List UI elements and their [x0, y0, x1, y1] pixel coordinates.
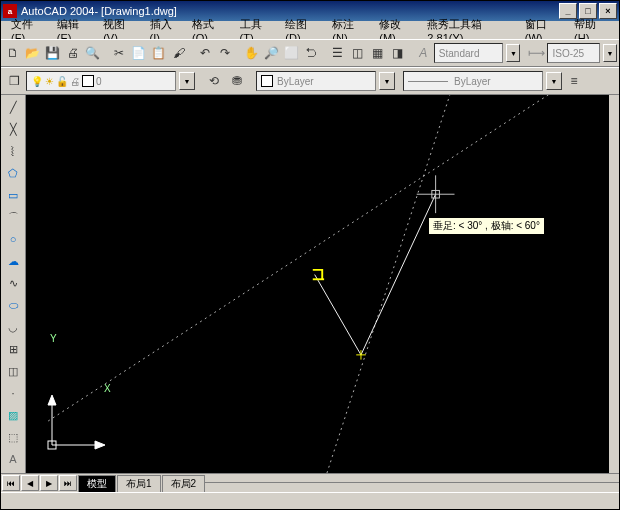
- spline-icon[interactable]: ∿: [2, 273, 24, 293]
- x-axis-label: X: [104, 383, 111, 394]
- svg-line-0: [48, 95, 591, 421]
- textstyle-dropdown[interactable]: Standard: [434, 43, 504, 63]
- linetype-arrow-icon[interactable]: ▼: [546, 72, 562, 90]
- lightbulb-icon: 💡: [31, 76, 43, 87]
- linetype-dropdown[interactable]: ByLayer: [403, 71, 543, 91]
- draw-toolbar: ╱ ╳ ⦚ ⬠ ▭ ⌒ ○ ☁ ∿ ⬭ ◡ ⊞ ◫ · ▨ ⬚ A: [1, 95, 26, 473]
- redo-icon[interactable]: ↷: [215, 42, 234, 64]
- sun-icon: ☀: [45, 76, 54, 87]
- lineweight-icon[interactable]: ≡: [563, 70, 585, 92]
- layer-swatch: [82, 75, 94, 87]
- revcloud-icon[interactable]: ☁: [2, 251, 24, 271]
- tab-last-icon[interactable]: ⏭: [59, 475, 77, 491]
- layer-states-icon[interactable]: ⛃: [226, 70, 248, 92]
- layers-toolbar: ❒ 💡 ☀ 🔓 🖨 0 ▼ ⟲ ⛃ ByLayer ▼ ByLayer ▼ ≡: [1, 67, 619, 95]
- mtext-icon[interactable]: A: [2, 449, 24, 469]
- layer-prev-icon[interactable]: ⟲: [203, 70, 225, 92]
- textstyle-arrow-icon[interactable]: ▼: [506, 44, 520, 62]
- tab-first-icon[interactable]: ⏮: [2, 475, 20, 491]
- preview-icon[interactable]: 🔍: [83, 42, 102, 64]
- ucs-icon: Y X: [42, 395, 112, 455]
- save-icon[interactable]: 💾: [43, 42, 62, 64]
- point-icon[interactable]: ·: [2, 383, 24, 403]
- statusbar: [1, 492, 619, 509]
- open-icon[interactable]: 📂: [23, 42, 42, 64]
- dbconnect-icon[interactable]: ◨: [388, 42, 407, 64]
- svg-marker-9: [48, 395, 56, 405]
- ellipse-arc-icon[interactable]: ◡: [2, 317, 24, 337]
- layer-dropdown[interactable]: 💡 ☀ 🔓 🖨 0: [26, 71, 176, 91]
- pan-icon[interactable]: ✋: [242, 42, 261, 64]
- hatch-icon[interactable]: ▨: [2, 405, 24, 425]
- cut-icon[interactable]: ✂: [109, 42, 128, 64]
- layer-arrow-icon[interactable]: ▼: [179, 72, 195, 90]
- layer-manager-icon[interactable]: ❒: [3, 70, 25, 92]
- workspace: ╱ ╳ ⦚ ⬠ ▭ ⌒ ○ ☁ ∿ ⬭ ◡ ⊞ ◫ · ▨ ⬚ A: [1, 95, 619, 473]
- zoom-realtime-icon[interactable]: 🔎: [262, 42, 281, 64]
- zoom-window-icon[interactable]: ⬜: [282, 42, 301, 64]
- tab-next-icon[interactable]: ▶: [40, 475, 58, 491]
- new-icon[interactable]: 🗋: [3, 42, 22, 64]
- textstyle-icon[interactable]: A: [414, 42, 433, 64]
- region-icon[interactable]: ⬚: [2, 427, 24, 447]
- tab-prev-icon[interactable]: ◀: [21, 475, 39, 491]
- toolpalette-icon[interactable]: ▦: [368, 42, 387, 64]
- drawing-area[interactable]: 垂足: < 30° , 极轴: < 60° Y X: [26, 95, 609, 473]
- make-block-icon[interactable]: ◫: [2, 361, 24, 381]
- lock-icon: 🔓: [56, 76, 68, 87]
- document-title: - [Drawing1.dwg]: [94, 5, 177, 17]
- app-title: AutoCAD 2004: [21, 5, 94, 17]
- color-arrow-icon[interactable]: ▼: [379, 72, 395, 90]
- drawing-svg: [26, 95, 609, 473]
- copy-icon[interactable]: 📄: [129, 42, 148, 64]
- dimstyle-dropdown[interactable]: ISO-25: [547, 43, 600, 63]
- undo-icon[interactable]: ↶: [195, 42, 214, 64]
- xline-icon[interactable]: ╳: [2, 119, 24, 139]
- polyline-icon[interactable]: ⦚: [2, 141, 24, 161]
- color-dropdown[interactable]: ByLayer: [256, 71, 376, 91]
- osnap-tooltip: 垂足: < 30° , 极轴: < 60°: [428, 217, 545, 235]
- tab-layout2[interactable]: 布局2: [162, 475, 206, 492]
- svg-marker-11: [95, 441, 105, 449]
- arc-icon[interactable]: ⌒: [2, 207, 24, 227]
- rectangle-icon[interactable]: ▭: [2, 185, 24, 205]
- right-scrollbar[interactable]: [609, 95, 619, 473]
- svg-line-1: [327, 95, 450, 473]
- match-icon[interactable]: 🖌: [169, 42, 188, 64]
- paste-icon[interactable]: 📋: [149, 42, 168, 64]
- tab-model[interactable]: 模型: [78, 475, 116, 492]
- layer-name: 0: [96, 76, 102, 87]
- zoom-prev-icon[interactable]: ⮌: [302, 42, 321, 64]
- line-icon[interactable]: ╱: [2, 97, 24, 117]
- y-axis-label: Y: [50, 333, 57, 344]
- ellipse-icon[interactable]: ⬭: [2, 295, 24, 315]
- color-swatch: [261, 75, 273, 87]
- layout-tabs: ⏮ ◀ ▶ ⏭ 模型 布局1 布局2: [1, 473, 619, 492]
- tab-layout1[interactable]: 布局1: [117, 475, 161, 492]
- dimstyle-arrow-icon[interactable]: ▼: [603, 44, 617, 62]
- insert-block-icon[interactable]: ⊞: [2, 339, 24, 359]
- plot-icon[interactable]: 🖨: [63, 42, 82, 64]
- circle-icon[interactable]: ○: [2, 229, 24, 249]
- polygon-icon[interactable]: ⬠: [2, 163, 24, 183]
- dimstyle-icon[interactable]: ⟼: [527, 42, 546, 64]
- designcenter-icon[interactable]: ◫: [348, 42, 367, 64]
- standard-toolbar: 🗋 📂 💾 🖨 🔍 ✂ 📄 📋 🖌 ↶ ↷ ✋ 🔎 ⬜ ⮌ ☰ ◫ ▦ ◨ A …: [1, 39, 619, 67]
- properties-icon[interactable]: ☰: [328, 42, 347, 64]
- plot-layer-icon: 🖨: [70, 76, 80, 87]
- menubar: 文件(F) 编辑(E) 视图(V) 插入(I) 格式(O) 工具(T) 绘图(D…: [1, 21, 619, 39]
- linetype-sample-icon: [408, 81, 448, 82]
